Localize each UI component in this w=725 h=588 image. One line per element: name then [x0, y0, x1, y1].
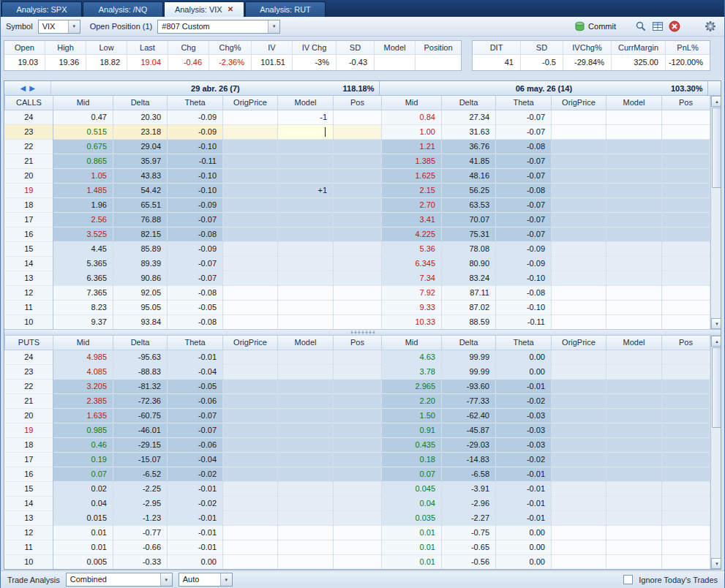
chain-cell[interactable] [334, 212, 382, 227]
strike-cell[interactable]: 15 [5, 481, 53, 496]
chain-cell[interactable] [223, 168, 278, 183]
tab-analysis-vix[interactable]: Analysis: VIX✕ [164, 1, 244, 17]
strike-cell[interactable]: 16 [5, 467, 53, 481]
chain-cell[interactable]: 0.985 [53, 423, 113, 437]
strike-cell[interactable]: 21 [5, 393, 53, 408]
chain-cell[interactable] [552, 139, 606, 154]
chain-cell[interactable] [223, 393, 278, 408]
chain-cell[interactable] [662, 496, 710, 510]
tab-analysis-spx[interactable]: Analysis: SPX [1, 1, 82, 17]
chain-cell[interactable]: -0.65 [442, 540, 496, 554]
chain-cell[interactable]: +1 [278, 183, 334, 197]
strike-cell[interactable]: 11 [5, 540, 53, 554]
strike-cell[interactable]: 11 [5, 300, 53, 314]
chain-cell[interactable] [334, 285, 382, 300]
chain-cell[interactable]: -0.10 [496, 271, 552, 285]
chain-cell[interactable]: -0.10 [168, 139, 223, 154]
chain-cell[interactable] [606, 408, 662, 423]
chain-cell[interactable]: 70.07 [442, 212, 496, 227]
chain-cell[interactable] [662, 212, 710, 227]
chain-cell[interactable]: 1.625 [382, 168, 442, 183]
chain-cell[interactable]: -2.25 [113, 481, 168, 496]
chain-cell[interactable]: -46.01 [113, 423, 168, 437]
strike-cell[interactable]: 14 [5, 496, 53, 510]
chain-cell[interactable]: -0.01 [168, 525, 223, 540]
chain-cell[interactable]: 87.11 [442, 285, 496, 300]
chain-cell[interactable] [606, 124, 662, 139]
chain-cell[interactable] [606, 481, 662, 496]
chain-cell[interactable] [334, 256, 382, 271]
chain-cell[interactable] [606, 285, 662, 300]
strike-cell[interactable]: 22 [5, 379, 53, 393]
chain-cell[interactable] [223, 227, 278, 241]
chain-cell[interactable]: 78.08 [442, 241, 496, 256]
chain-cell[interactable] [334, 423, 382, 437]
chain-cell[interactable]: 9.37 [53, 314, 113, 329]
chain-cell[interactable] [552, 379, 606, 393]
chain-cell[interactable]: -0.01 [496, 467, 552, 481]
chain-cell[interactable] [223, 256, 278, 271]
chain-cell[interactable] [662, 154, 710, 168]
chain-cell[interactable] [278, 197, 334, 212]
chain-cell[interactable]: 0.005 [53, 554, 113, 569]
chain-cell[interactable] [606, 168, 662, 183]
chain-cell[interactable]: 0.84 [382, 110, 442, 124]
chain-cell[interactable] [552, 452, 606, 467]
chain-cell[interactable]: -3.91 [442, 481, 496, 496]
chain-cell[interactable] [662, 393, 710, 408]
strike-cell[interactable]: 24 [5, 110, 53, 124]
chain-cell[interactable] [334, 496, 382, 510]
chain-cell[interactable]: 2.965 [382, 379, 442, 393]
chain-cell[interactable]: -0.75 [442, 525, 496, 540]
strike-cell[interactable]: 19 [5, 183, 53, 197]
chain-cell[interactable]: -0.08 [168, 227, 223, 241]
chevron-down-icon[interactable]: ▼ [220, 573, 232, 586]
strike-cell[interactable]: 10 [5, 314, 53, 329]
chain-cell[interactable]: -0.03 [496, 408, 552, 423]
chain-cell[interactable]: 20.30 [113, 110, 168, 124]
chain-cell[interactable]: -0.09 [168, 241, 223, 256]
chain-cell[interactable]: -0.10 [168, 183, 223, 197]
chain-cell[interactable] [662, 183, 710, 197]
chain-cell[interactable]: 1.385 [382, 154, 442, 168]
strike-cell[interactable]: 17 [5, 212, 53, 227]
chain-cell[interactable] [334, 510, 382, 525]
chain-cell[interactable]: 4.985 [53, 350, 113, 364]
calls-scrollbar[interactable]: ▲ ▼ [710, 96, 721, 329]
chain-cell[interactable]: -29.03 [442, 437, 496, 452]
strike-cell[interactable]: 23 [5, 124, 53, 139]
chain-cell[interactable]: 5.36 [382, 241, 442, 256]
chain-cell[interactable] [662, 364, 710, 379]
strike-cell[interactable]: 20 [5, 168, 53, 183]
chain-cell[interactable]: -0.08 [168, 285, 223, 300]
chain-cell[interactable] [606, 314, 662, 329]
chain-cell[interactable] [223, 197, 278, 212]
chain-cell[interactable]: -0.09 [496, 256, 552, 271]
chain-cell[interactable] [334, 300, 382, 314]
chain-cell[interactable]: 0.19 [53, 452, 113, 467]
chain-cell[interactable]: -15.07 [113, 452, 168, 467]
scroll-up-icon[interactable]: ▲ [711, 96, 721, 107]
chain-cell[interactable] [662, 256, 710, 271]
chain-cell[interactable] [606, 154, 662, 168]
chain-cell[interactable]: -6.52 [113, 467, 168, 481]
chain-cell[interactable] [552, 183, 606, 197]
chain-cell[interactable]: -0.01 [496, 379, 552, 393]
chain-cell[interactable]: 9.33 [382, 300, 442, 314]
chain-cell[interactable]: 23.18 [113, 124, 168, 139]
chain-cell[interactable]: 0.01 [53, 525, 113, 540]
chain-cell[interactable]: 6.345 [382, 256, 442, 271]
bottom-splitter[interactable] [4, 569, 721, 570]
chain-cell[interactable]: 82.15 [113, 227, 168, 241]
search-icon[interactable] [635, 20, 647, 32]
mode-select[interactable]: Auto ▼ [179, 573, 233, 587]
chain-cell[interactable]: -14.83 [442, 452, 496, 467]
chain-cell[interactable] [662, 423, 710, 437]
chain-cell[interactable] [606, 467, 662, 481]
scroll-down-icon[interactable]: ▼ [711, 558, 721, 569]
chain-cell[interactable]: 0.18 [382, 452, 442, 467]
chain-cell[interactable]: 8.23 [53, 300, 113, 314]
chain-cell[interactable] [223, 212, 278, 227]
chain-cell[interactable]: 0.47 [53, 110, 113, 124]
chain-cell[interactable] [552, 437, 606, 452]
